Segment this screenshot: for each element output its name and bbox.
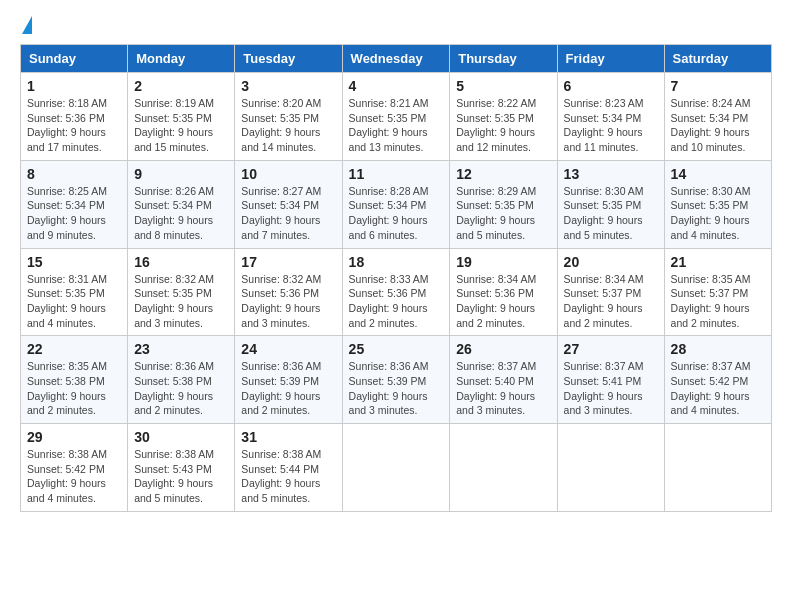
day-number: 13 bbox=[564, 166, 658, 182]
calendar-cell: 15 Sunrise: 8:31 AMSunset: 5:35 PMDaylig… bbox=[21, 248, 128, 336]
day-detail: Sunrise: 8:30 AMSunset: 5:35 PMDaylight:… bbox=[671, 185, 751, 241]
header-sunday: Sunday bbox=[21, 45, 128, 73]
calendar-cell: 9 Sunrise: 8:26 AMSunset: 5:34 PMDayligh… bbox=[128, 160, 235, 248]
calendar-week-row: 15 Sunrise: 8:31 AMSunset: 5:35 PMDaylig… bbox=[21, 248, 772, 336]
calendar-week-row: 29 Sunrise: 8:38 AMSunset: 5:42 PMDaylig… bbox=[21, 424, 772, 512]
calendar-cell: 10 Sunrise: 8:27 AMSunset: 5:34 PMDaylig… bbox=[235, 160, 342, 248]
header-thursday: Thursday bbox=[450, 45, 557, 73]
calendar-week-row: 8 Sunrise: 8:25 AMSunset: 5:34 PMDayligh… bbox=[21, 160, 772, 248]
calendar-cell: 3 Sunrise: 8:20 AMSunset: 5:35 PMDayligh… bbox=[235, 73, 342, 161]
day-number: 7 bbox=[671, 78, 765, 94]
day-detail: Sunrise: 8:29 AMSunset: 5:35 PMDaylight:… bbox=[456, 185, 536, 241]
day-number: 15 bbox=[27, 254, 121, 270]
day-number: 4 bbox=[349, 78, 444, 94]
calendar-cell: 4 Sunrise: 8:21 AMSunset: 5:35 PMDayligh… bbox=[342, 73, 450, 161]
day-number: 14 bbox=[671, 166, 765, 182]
header-wednesday: Wednesday bbox=[342, 45, 450, 73]
calendar-cell: 20 Sunrise: 8:34 AMSunset: 5:37 PMDaylig… bbox=[557, 248, 664, 336]
logo bbox=[20, 20, 32, 34]
day-detail: Sunrise: 8:38 AMSunset: 5:42 PMDaylight:… bbox=[27, 448, 107, 504]
day-detail: Sunrise: 8:31 AMSunset: 5:35 PMDaylight:… bbox=[27, 273, 107, 329]
day-number: 22 bbox=[27, 341, 121, 357]
calendar-cell: 21 Sunrise: 8:35 AMSunset: 5:37 PMDaylig… bbox=[664, 248, 771, 336]
calendar-header-row: SundayMondayTuesdayWednesdayThursdayFrid… bbox=[21, 45, 772, 73]
calendar-cell: 18 Sunrise: 8:33 AMSunset: 5:36 PMDaylig… bbox=[342, 248, 450, 336]
calendar-cell: 2 Sunrise: 8:19 AMSunset: 5:35 PMDayligh… bbox=[128, 73, 235, 161]
day-number: 23 bbox=[134, 341, 228, 357]
day-detail: Sunrise: 8:37 AMSunset: 5:42 PMDaylight:… bbox=[671, 360, 751, 416]
day-detail: Sunrise: 8:36 AMSunset: 5:38 PMDaylight:… bbox=[134, 360, 214, 416]
calendar-cell: 26 Sunrise: 8:37 AMSunset: 5:40 PMDaylig… bbox=[450, 336, 557, 424]
day-detail: Sunrise: 8:34 AMSunset: 5:37 PMDaylight:… bbox=[564, 273, 644, 329]
day-detail: Sunrise: 8:35 AMSunset: 5:38 PMDaylight:… bbox=[27, 360, 107, 416]
day-detail: Sunrise: 8:21 AMSunset: 5:35 PMDaylight:… bbox=[349, 97, 429, 153]
day-number: 3 bbox=[241, 78, 335, 94]
day-detail: Sunrise: 8:27 AMSunset: 5:34 PMDaylight:… bbox=[241, 185, 321, 241]
calendar-cell bbox=[557, 424, 664, 512]
day-detail: Sunrise: 8:18 AMSunset: 5:36 PMDaylight:… bbox=[27, 97, 107, 153]
day-number: 9 bbox=[134, 166, 228, 182]
calendar-week-row: 1 Sunrise: 8:18 AMSunset: 5:36 PMDayligh… bbox=[21, 73, 772, 161]
calendar-cell: 30 Sunrise: 8:38 AMSunset: 5:43 PMDaylig… bbox=[128, 424, 235, 512]
day-number: 18 bbox=[349, 254, 444, 270]
day-detail: Sunrise: 8:38 AMSunset: 5:44 PMDaylight:… bbox=[241, 448, 321, 504]
day-detail: Sunrise: 8:36 AMSunset: 5:39 PMDaylight:… bbox=[349, 360, 429, 416]
day-number: 24 bbox=[241, 341, 335, 357]
calendar-cell: 22 Sunrise: 8:35 AMSunset: 5:38 PMDaylig… bbox=[21, 336, 128, 424]
calendar-cell: 11 Sunrise: 8:28 AMSunset: 5:34 PMDaylig… bbox=[342, 160, 450, 248]
day-number: 26 bbox=[456, 341, 550, 357]
calendar-cell: 14 Sunrise: 8:30 AMSunset: 5:35 PMDaylig… bbox=[664, 160, 771, 248]
calendar-cell: 29 Sunrise: 8:38 AMSunset: 5:42 PMDaylig… bbox=[21, 424, 128, 512]
calendar-cell: 6 Sunrise: 8:23 AMSunset: 5:34 PMDayligh… bbox=[557, 73, 664, 161]
day-number: 16 bbox=[134, 254, 228, 270]
day-number: 17 bbox=[241, 254, 335, 270]
calendar-cell: 19 Sunrise: 8:34 AMSunset: 5:36 PMDaylig… bbox=[450, 248, 557, 336]
day-detail: Sunrise: 8:22 AMSunset: 5:35 PMDaylight:… bbox=[456, 97, 536, 153]
day-detail: Sunrise: 8:19 AMSunset: 5:35 PMDaylight:… bbox=[134, 97, 214, 153]
day-number: 25 bbox=[349, 341, 444, 357]
day-detail: Sunrise: 8:32 AMSunset: 5:35 PMDaylight:… bbox=[134, 273, 214, 329]
calendar-cell: 12 Sunrise: 8:29 AMSunset: 5:35 PMDaylig… bbox=[450, 160, 557, 248]
header-saturday: Saturday bbox=[664, 45, 771, 73]
day-detail: Sunrise: 8:25 AMSunset: 5:34 PMDaylight:… bbox=[27, 185, 107, 241]
day-detail: Sunrise: 8:37 AMSunset: 5:41 PMDaylight:… bbox=[564, 360, 644, 416]
day-number: 5 bbox=[456, 78, 550, 94]
header-monday: Monday bbox=[128, 45, 235, 73]
day-number: 8 bbox=[27, 166, 121, 182]
calendar-cell: 1 Sunrise: 8:18 AMSunset: 5:36 PMDayligh… bbox=[21, 73, 128, 161]
day-detail: Sunrise: 8:38 AMSunset: 5:43 PMDaylight:… bbox=[134, 448, 214, 504]
day-detail: Sunrise: 8:20 AMSunset: 5:35 PMDaylight:… bbox=[241, 97, 321, 153]
page-header bbox=[20, 20, 772, 34]
day-number: 21 bbox=[671, 254, 765, 270]
logo-icon bbox=[22, 16, 32, 34]
header-tuesday: Tuesday bbox=[235, 45, 342, 73]
day-number: 27 bbox=[564, 341, 658, 357]
day-number: 2 bbox=[134, 78, 228, 94]
day-detail: Sunrise: 8:30 AMSunset: 5:35 PMDaylight:… bbox=[564, 185, 644, 241]
day-number: 30 bbox=[134, 429, 228, 445]
day-number: 20 bbox=[564, 254, 658, 270]
calendar-table: SundayMondayTuesdayWednesdayThursdayFrid… bbox=[20, 44, 772, 512]
day-number: 10 bbox=[241, 166, 335, 182]
day-number: 1 bbox=[27, 78, 121, 94]
calendar-cell bbox=[450, 424, 557, 512]
calendar-cell: 23 Sunrise: 8:36 AMSunset: 5:38 PMDaylig… bbox=[128, 336, 235, 424]
calendar-cell: 7 Sunrise: 8:24 AMSunset: 5:34 PMDayligh… bbox=[664, 73, 771, 161]
day-detail: Sunrise: 8:33 AMSunset: 5:36 PMDaylight:… bbox=[349, 273, 429, 329]
day-detail: Sunrise: 8:23 AMSunset: 5:34 PMDaylight:… bbox=[564, 97, 644, 153]
day-detail: Sunrise: 8:26 AMSunset: 5:34 PMDaylight:… bbox=[134, 185, 214, 241]
day-number: 11 bbox=[349, 166, 444, 182]
calendar-cell bbox=[664, 424, 771, 512]
day-number: 6 bbox=[564, 78, 658, 94]
calendar-cell: 28 Sunrise: 8:37 AMSunset: 5:42 PMDaylig… bbox=[664, 336, 771, 424]
calendar-cell: 25 Sunrise: 8:36 AMSunset: 5:39 PMDaylig… bbox=[342, 336, 450, 424]
day-detail: Sunrise: 8:28 AMSunset: 5:34 PMDaylight:… bbox=[349, 185, 429, 241]
calendar-cell: 8 Sunrise: 8:25 AMSunset: 5:34 PMDayligh… bbox=[21, 160, 128, 248]
calendar-cell: 31 Sunrise: 8:38 AMSunset: 5:44 PMDaylig… bbox=[235, 424, 342, 512]
day-detail: Sunrise: 8:24 AMSunset: 5:34 PMDaylight:… bbox=[671, 97, 751, 153]
day-detail: Sunrise: 8:36 AMSunset: 5:39 PMDaylight:… bbox=[241, 360, 321, 416]
calendar-cell: 5 Sunrise: 8:22 AMSunset: 5:35 PMDayligh… bbox=[450, 73, 557, 161]
day-number: 31 bbox=[241, 429, 335, 445]
day-number: 12 bbox=[456, 166, 550, 182]
day-number: 29 bbox=[27, 429, 121, 445]
